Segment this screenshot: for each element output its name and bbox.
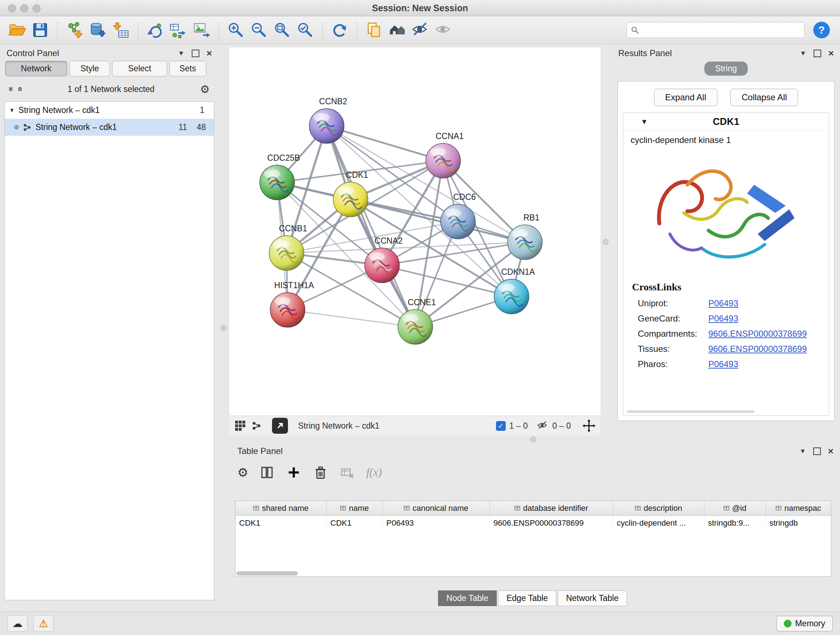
tab-style[interactable]: Style xyxy=(69,61,110,76)
horizontal-scrollbar[interactable] xyxy=(627,410,754,413)
splitter-handle[interactable] xyxy=(603,239,608,245)
crosslink-link[interactable]: P06493 xyxy=(708,314,738,324)
zoom-in-icon[interactable] xyxy=(225,19,246,41)
close-window-button[interactable] xyxy=(8,4,16,12)
column-header[interactable]: @id xyxy=(704,501,766,516)
toolbar-search[interactable] xyxy=(627,22,805,38)
cell-name[interactable]: CDK1 xyxy=(327,516,383,530)
network-canvas[interactable]: CCNB2CCNA1CDC25BCDK1CDC6RB1CCNB1CCNA2CDK… xyxy=(229,48,600,416)
search-input[interactable] xyxy=(642,25,801,35)
network-node-HIST1H1A[interactable]: HIST1H1A xyxy=(270,280,314,327)
zoom-fit-icon[interactable] xyxy=(272,19,293,41)
network-node-CDC25B[interactable]: CDC25B xyxy=(260,153,300,200)
show-columns-icon[interactable] xyxy=(259,464,275,480)
network-node-CCNB1[interactable]: CCNB1 xyxy=(269,224,307,271)
import-network-file-icon[interactable] xyxy=(64,19,85,41)
splitter-handle[interactable] xyxy=(531,437,536,442)
float-panel-icon[interactable]: ▼ xyxy=(799,448,806,455)
close-panel-icon[interactable]: × xyxy=(829,49,834,58)
export-image-icon[interactable] xyxy=(191,19,212,41)
horizontal-scrollbar[interactable] xyxy=(236,571,298,576)
crosslink-link[interactable]: P06493 xyxy=(708,359,738,369)
birdseye-grid-icon[interactable] xyxy=(234,420,246,432)
network-from-table-icon[interactable] xyxy=(168,19,189,41)
network-edge[interactable] xyxy=(327,126,415,327)
string-tab[interactable]: String xyxy=(704,62,748,76)
import-network-database-icon[interactable] xyxy=(87,19,108,41)
tab-network[interactable]: Network xyxy=(5,61,67,76)
clone-network-icon[interactable] xyxy=(145,19,166,41)
delete-column-trash-icon[interactable] xyxy=(313,464,328,480)
collapse-all-button[interactable]: Collapse All xyxy=(730,89,798,106)
collapse-all-networks-icon[interactable]: » xyxy=(14,87,25,91)
column-header[interactable]: description xyxy=(613,501,704,516)
zoom-window-button[interactable] xyxy=(33,4,41,12)
add-column-icon[interactable] xyxy=(286,464,302,480)
zoom-selected-icon[interactable] xyxy=(295,19,316,41)
save-session-icon[interactable] xyxy=(30,19,51,41)
copy-document-icon[interactable] xyxy=(363,19,385,41)
search-icon xyxy=(630,26,639,35)
import-table-icon[interactable] xyxy=(111,19,131,41)
tab-sets[interactable]: Sets xyxy=(169,61,206,76)
collapse-section-icon[interactable]: ▼ xyxy=(641,118,648,126)
cell-namespace[interactable]: stringdb xyxy=(766,516,831,530)
selected-items-checkbox-icon[interactable]: ✓ xyxy=(496,421,506,431)
network-node-RB1[interactable]: RB1 xyxy=(508,213,542,260)
cell-description[interactable]: cyclin-dependent ... xyxy=(613,516,704,530)
tab-edge-table[interactable]: Edge Table xyxy=(498,591,556,606)
open-in-new-window-button[interactable] xyxy=(272,418,288,434)
network-node-CCNA1[interactable]: CCNA1 xyxy=(426,131,464,178)
crosslink-link[interactable]: P06493 xyxy=(708,298,738,309)
column-header[interactable]: namespac xyxy=(766,501,831,516)
column-header[interactable]: shared name xyxy=(235,501,327,516)
network-overview-icon[interactable] xyxy=(251,420,262,431)
network-node-CDC6[interactable]: CDC6 xyxy=(441,192,476,239)
column-header[interactable]: name xyxy=(327,501,383,516)
column-header[interactable]: canonical name xyxy=(383,501,490,516)
crosslink-link[interactable]: 9606.ENSP00000378699 xyxy=(708,329,807,339)
float-panel-icon[interactable]: ▼ xyxy=(800,50,806,57)
cell-id[interactable]: stringdb:9... xyxy=(704,516,766,530)
tab-network-table[interactable]: Network Table xyxy=(558,591,627,606)
memory-button[interactable]: Memory xyxy=(776,616,833,631)
maximize-panel-icon[interactable] xyxy=(192,50,199,57)
minimize-window-button[interactable] xyxy=(20,4,28,12)
cell-shared-name[interactable]: CDK1 xyxy=(235,516,327,530)
close-panel-icon[interactable]: × xyxy=(828,447,834,456)
close-panel-icon[interactable]: × xyxy=(207,49,212,58)
help-button[interactable]: ? xyxy=(813,22,830,38)
home-icon[interactable] xyxy=(387,19,408,41)
tab-node-table[interactable]: Node Table xyxy=(438,591,497,606)
network-node-CDK1[interactable]: CDK1 xyxy=(333,170,368,217)
hidden-items-eye-icon[interactable] xyxy=(537,420,549,432)
maximize-panel-icon[interactable] xyxy=(813,50,821,57)
collapse-arrow-icon[interactable]: ▼ xyxy=(9,107,15,114)
column-header[interactable]: database identifier xyxy=(490,501,613,516)
delete-table-icon[interactable] xyxy=(339,464,355,480)
cell-canonical-name[interactable]: P06493 xyxy=(383,516,490,530)
zoom-out-icon[interactable] xyxy=(248,19,270,41)
open-session-icon[interactable] xyxy=(6,19,27,41)
function-builder-icon[interactable]: f(x) xyxy=(366,466,382,479)
cloud-button[interactable]: ☁ xyxy=(7,615,27,632)
splitter-handle[interactable] xyxy=(221,325,226,331)
crosslink-link[interactable]: 9606.ENSP00000378699 xyxy=(708,344,807,354)
warnings-button[interactable]: ⚠ xyxy=(33,615,54,632)
network-collection-row[interactable]: ▼ String Network – cdk1 1 xyxy=(5,102,214,119)
expand-all-button[interactable]: Expand All xyxy=(654,89,717,106)
cell-database-identifier[interactable]: 9606.ENSP00000378699 xyxy=(490,516,613,530)
layout-refresh-icon[interactable] xyxy=(329,19,350,41)
float-panel-icon[interactable]: ▼ xyxy=(178,50,185,57)
table-row[interactable]: CDK1 CDK1 P06493 9606.ENSP00000378699 cy… xyxy=(235,516,831,530)
network-edge[interactable] xyxy=(287,310,415,327)
table-options-gear-icon[interactable]: ⚙ xyxy=(237,465,248,480)
network-edge[interactable] xyxy=(327,126,443,161)
network-row[interactable]: String Network – cdk1 11 48 xyxy=(5,119,214,136)
tab-select[interactable]: Select xyxy=(112,61,167,76)
network-options-gear-icon[interactable]: ⚙ xyxy=(200,83,210,96)
pan-crosshair-icon[interactable] xyxy=(583,419,595,432)
maximize-panel-icon[interactable] xyxy=(813,448,821,455)
show-all-icon[interactable] xyxy=(433,19,454,41)
hide-selected-icon[interactable] xyxy=(410,19,431,41)
